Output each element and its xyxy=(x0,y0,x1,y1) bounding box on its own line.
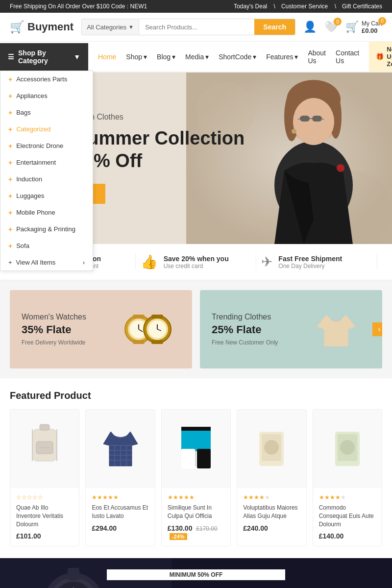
search-category-dropdown[interactable]: All Categories ▼ xyxy=(82,19,139,35)
search-category-label: All Categories xyxy=(87,24,126,31)
plus-icon: + xyxy=(8,175,12,183)
feature-shipping-title: Fast Free Shipment xyxy=(278,255,342,263)
plus-icon: + xyxy=(8,242,12,250)
logo[interactable]: 🛒 Buyment xyxy=(10,20,74,34)
backpack-svg xyxy=(23,422,67,476)
cart-button[interactable]: 🛒 0 My Cart £0.00 xyxy=(345,20,382,34)
promo-clothes-discount: 25% Flate xyxy=(212,323,278,336)
svg-rect-30 xyxy=(151,340,163,344)
cat-item-packaging[interactable]: + Packaging & Printing xyxy=(0,221,93,238)
chevron-features: ▾ xyxy=(294,53,298,61)
shop-by-category-button[interactable]: ☰ Shop By Category ▼ xyxy=(0,43,88,71)
cat-item-mobile[interactable]: + Mobile Phone xyxy=(0,204,93,221)
cat-item-label: Electronic Drone xyxy=(16,142,63,149)
feature-shipping-sub: One Day Delivery xyxy=(278,263,342,270)
product-card-1[interactable]: ★★★★★ Eos Et Accusamus Et Iusto Lavato £… xyxy=(85,409,155,546)
nav-home[interactable]: Home xyxy=(93,47,121,67)
cat-view-all[interactable]: + View All Items › xyxy=(0,254,93,270)
nav-bar: ☰ Shop By Category ▼ + Accessories Parts… xyxy=(0,42,392,73)
product-price-0: £101.00 xyxy=(16,532,73,540)
product-img-4 xyxy=(313,410,382,488)
cat-item-label: Luggages xyxy=(16,192,44,199)
product-info-1: ★★★★★ Eos Et Accusamus Et Iusto Lavato £… xyxy=(86,488,154,538)
chevron-down-icon-nav: ▼ xyxy=(74,53,80,61)
cat-item-label: Bags xyxy=(16,109,31,116)
plus-icon: + xyxy=(8,92,12,100)
product-name-1: Eos Et Accusamus Et Iusto Lavato xyxy=(92,504,148,520)
nav-links: Home Shop ▾ Blog ▾ Media ▾ ShortCode ▾ F… xyxy=(88,43,369,71)
promo-clothes-note: Free New Customer Only xyxy=(212,339,278,346)
product-price-4: £140.00 xyxy=(319,532,376,540)
next-arrow[interactable]: › xyxy=(372,322,382,336)
search-area: All Categories ▼ Search xyxy=(81,19,295,35)
cat-item-categorized[interactable]: + Categorized xyxy=(0,121,93,138)
feature-savings-title: Save 20% when you xyxy=(164,255,229,263)
product-card-2[interactable]: ★★★★★ Similique Sunt In Culpa Qui Offici… xyxy=(161,409,231,546)
nav-shortcode[interactable]: ShortCode ▾ xyxy=(214,47,261,67)
price-value-1: £294.00 xyxy=(92,524,117,532)
product-img-2 xyxy=(162,410,230,488)
shop-by-cat-label: Shop By Category xyxy=(18,49,70,65)
user-icon-button[interactable]: 👤 xyxy=(303,21,317,33)
cat-item-luggages[interactable]: + Luggages xyxy=(0,188,93,204)
top-bar-gift[interactable]: Gift Certificates xyxy=(342,3,382,10)
nav-blog[interactable]: Blog ▾ xyxy=(152,47,180,67)
promo-watches-discount: 35% Flate xyxy=(22,323,86,336)
product-card-3[interactable]: ★★★★★ Voluptatibus Maiores Alias Guju At… xyxy=(237,409,306,546)
search-button[interactable]: Search xyxy=(254,19,295,35)
feature-savings-text: Save 20% when you Use credit card xyxy=(164,255,229,270)
product-name-2: Similique Sunt In Culpa Qui Officia xyxy=(168,504,224,520)
cat-item-label: Appliances xyxy=(16,92,48,99)
wishlist-badge: 0 xyxy=(334,18,342,25)
promo-card-clothes[interactable]: Trending Clothes 25% Flate Free New Cust… xyxy=(200,290,382,368)
cat-item-entertainment[interactable]: + Entertainment xyxy=(0,154,93,171)
cat-item-drone[interactable]: + Electronic Drone xyxy=(0,138,93,154)
cat-item-appliances[interactable]: + Appliances xyxy=(0,88,93,104)
promo-watches-category: Women's Watches xyxy=(22,313,86,321)
cat-item-label: Induction xyxy=(16,175,42,183)
promo-watches-image xyxy=(112,300,180,359)
cat-item-label: Packaging & Printing xyxy=(16,225,75,233)
feature-shipping: ✈ Fast Free Shipment One Day Delivery xyxy=(256,254,377,270)
product-card-0[interactable]: ☆☆☆☆☆ Quae Ab Illo Inventore Veritatis D… xyxy=(10,409,79,546)
product-stars-4: ★★★★★ xyxy=(319,494,376,501)
nav-about[interactable]: About Us xyxy=(303,43,331,71)
cat-item-sofa[interactable]: + Sofa xyxy=(0,238,93,254)
plus-icon: + xyxy=(8,125,12,133)
svg-rect-45 xyxy=(181,427,211,431)
cat-item-label: Entertainment xyxy=(16,159,56,166)
clothes-svg xyxy=(307,305,366,354)
nav-contact[interactable]: Contact Us xyxy=(331,43,364,71)
banner-content: MINIMUM 50% OFF All Clothes AccessoriesW… xyxy=(107,569,285,588)
banner-title: All Clothes AccessoriesWatches Sale xyxy=(107,585,285,588)
nav-media[interactable]: Media ▾ xyxy=(180,47,214,67)
promo-clothes-category: Trending Clothes xyxy=(212,313,278,321)
new-user-zone[interactable]: 🎁 New User Zone xyxy=(369,42,392,72)
cat-item-accessories[interactable]: + Accessories Parts xyxy=(0,71,93,88)
top-bar-service[interactable]: Customer Service xyxy=(281,3,336,10)
nav-features[interactable]: Features ▾ xyxy=(261,47,303,67)
plane-icon: ✈ xyxy=(261,254,272,270)
view-all-label: View All Items xyxy=(16,259,56,266)
search-input[interactable] xyxy=(139,19,254,35)
product-name-3: Voluptatibus Maiores Alias Guju Atque xyxy=(243,504,300,520)
plus-icon: + xyxy=(8,142,12,150)
product-price-2: £130.00 £170.00 -24% xyxy=(168,524,224,540)
cat-item-bags[interactable]: + Bags xyxy=(0,104,93,121)
cat-item-induction[interactable]: + Induction xyxy=(0,171,93,188)
svg-rect-22 xyxy=(133,315,145,318)
top-bar-deal[interactable]: Today's Deal xyxy=(234,3,275,10)
chevron-media: ▾ xyxy=(205,53,209,61)
cart-icon: 🛒 xyxy=(345,21,359,33)
feature-shipping-text: Fast Free Shipment One Day Delivery xyxy=(278,255,342,270)
plus-icon: + xyxy=(8,192,12,200)
shirt-svg xyxy=(98,422,143,476)
promo-cards: Women's Watches 35% Flate Free Delivery … xyxy=(0,280,392,378)
product-card-4[interactable]: ★★★★★ Commodo Consequat Euis Aute Dolour… xyxy=(313,409,382,546)
promo-card-watches[interactable]: Women's Watches 35% Flate Free Delivery … xyxy=(10,290,192,368)
nav-shop[interactable]: Shop ▾ xyxy=(121,47,152,67)
thumbs-up-icon: 👍 xyxy=(141,254,158,270)
wishlist-button[interactable]: 🤍 0 xyxy=(324,21,338,33)
product-stars-1: ★★★★★ xyxy=(92,494,148,501)
product-info-2: ★★★★★ Similique Sunt In Culpa Qui Offici… xyxy=(162,488,230,546)
